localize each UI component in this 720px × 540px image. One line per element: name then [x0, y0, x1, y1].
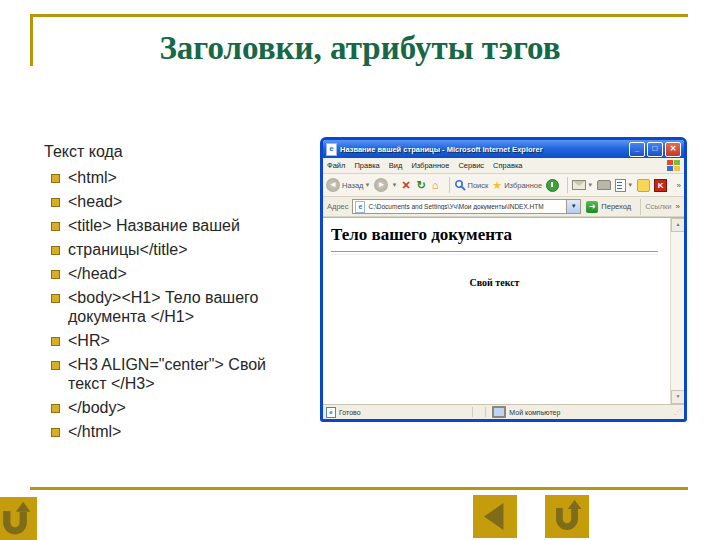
return-action-button-left[interactable]: [0, 497, 37, 540]
home-button[interactable]: ⌂: [432, 179, 441, 191]
code-line: </html>: [44, 422, 320, 441]
favorites-label: Избранное: [504, 181, 542, 190]
back-dropdown-icon: ▼: [365, 182, 371, 188]
refresh-button[interactable]: ↻: [417, 179, 428, 191]
bullet-square-icon: [51, 198, 60, 207]
address-input[interactable]: e C:\Documents and Settings\Уч\Мои докум…: [352, 199, 567, 214]
back-action-button[interactable]: [473, 495, 517, 538]
gold-bottom-rule: [30, 487, 688, 490]
menu-view[interactable]: Вид: [389, 161, 403, 170]
messenger-icon: [637, 179, 650, 192]
code-line: <title> Название вашей: [44, 216, 320, 235]
ie-page-icon: e: [355, 201, 365, 213]
toolbar-overflow-chevron[interactable]: »: [677, 181, 681, 190]
search-button[interactable]: Поиск: [454, 179, 489, 191]
stop-button[interactable]: ✕: [401, 179, 412, 191]
presentation-slide: Заголовки, атрибуты тэгов Текст кода <ht…: [0, 0, 720, 540]
go-arrow-icon: ➜: [586, 201, 598, 213]
address-dropdown-button[interactable]: ▼: [566, 199, 581, 214]
back-button[interactable]: ◄ Назад ▼: [326, 178, 370, 192]
code-list: <html> <head> <title> Название вашей стр…: [44, 168, 320, 446]
gold-top-rule: [30, 14, 688, 17]
minimize-button[interactable]: _: [629, 142, 645, 157]
antivirus-button[interactable]: K: [654, 179, 667, 192]
address-label: Адрес: [327, 202, 348, 211]
back-icon: ◄: [326, 178, 340, 192]
bullet-square-icon: [51, 270, 60, 279]
scroll-down-button[interactable]: ▼: [671, 390, 684, 404]
edit-dropdown-icon: ▼: [627, 182, 633, 188]
home-icon: ⌂: [432, 179, 439, 191]
ie-page-icon: e: [326, 143, 337, 156]
refresh-icon: ↻: [417, 179, 426, 191]
forward-icon: ►: [374, 178, 388, 192]
maximize-button[interactable]: □: [647, 142, 663, 157]
slide-title: Заголовки, атрибуты тэгов: [0, 30, 720, 67]
resize-grip-icon[interactable]: ⋰: [674, 408, 681, 416]
vertical-scrollbar[interactable]: ▲ ▼: [670, 218, 684, 404]
code-line: страницы</title>: [44, 240, 320, 259]
toolbar-separator: [567, 177, 568, 193]
mail-button[interactable]: ▼: [572, 180, 593, 190]
toolbar-separator: [449, 177, 450, 193]
code-line: </head>: [44, 264, 320, 283]
bullet-square-icon: [51, 246, 60, 255]
antivirus-icon: K: [654, 179, 667, 192]
browser-window-title: Название вашей страницы - Microsoft Inte…: [340, 145, 627, 154]
menu-help[interactable]: Справка: [493, 161, 522, 170]
windows-logo-icon: [667, 160, 680, 171]
messenger-button[interactable]: [637, 179, 650, 192]
page-subtext: Свой текст: [331, 277, 658, 288]
browser-menubar: Файл Правка Вид Избранное Сервис Справка: [323, 158, 684, 174]
bullet-square-icon: [51, 428, 60, 437]
menu-edit[interactable]: Правка: [354, 161, 379, 170]
return-action-button-right[interactable]: [545, 495, 589, 538]
stop-icon: ✕: [401, 179, 410, 191]
search-label: Поиск: [468, 181, 489, 190]
forward-dropdown-icon: ▼: [391, 182, 397, 188]
favorites-star-icon: ★: [492, 179, 502, 192]
browser-window: e Название вашей страницы - Microsoft In…: [320, 137, 687, 422]
edit-button[interactable]: ▼: [615, 179, 633, 192]
print-button[interactable]: [597, 180, 611, 190]
menu-file[interactable]: Файл: [327, 161, 345, 170]
menu-favorites[interactable]: Избранное: [411, 161, 449, 170]
status-zone-text: Мой компьютер: [509, 409, 560, 416]
uturn-arrow-icon: [548, 498, 586, 535]
browser-titlebar: e Название вашей страницы - Microsoft In…: [323, 140, 684, 158]
statusbar-separator: [485, 407, 486, 417]
go-button[interactable]: ➜ Переход: [586, 201, 631, 213]
bullet-square-icon: [51, 361, 60, 370]
page-horizontal-rule: [331, 251, 658, 255]
page-heading: Тело вашего документа: [331, 225, 658, 245]
my-computer-icon: [492, 406, 506, 418]
menu-tools[interactable]: Сервис: [458, 161, 484, 170]
code-line: <HR>: [44, 331, 320, 350]
links-chevron[interactable]: »: [676, 202, 680, 211]
close-button[interactable]: ✕: [665, 142, 681, 157]
code-line: <body><H1> Тело вашего документа </H1>: [44, 288, 320, 326]
mail-dropdown-icon: ▼: [587, 182, 593, 188]
addressbar-separator: [640, 199, 641, 215]
mail-icon: [572, 180, 586, 190]
history-button[interactable]: [546, 179, 559, 192]
status-text: Готово: [339, 409, 361, 416]
bullet-square-icon: [51, 404, 60, 413]
code-line: <H3 ALIGN="center"> Свой текст </H3>: [44, 355, 320, 393]
bullet-square-icon: [51, 337, 60, 346]
code-line: </body>: [44, 398, 320, 417]
statusbar-separator: [472, 407, 473, 417]
go-label: Переход: [601, 202, 631, 211]
search-icon: [454, 179, 466, 191]
forward-button[interactable]: ► ▼: [374, 178, 397, 192]
status-page-icon: e: [326, 407, 336, 418]
code-heading: Текст кода: [44, 143, 123, 161]
browser-toolbar: ◄ Назад ▼ ► ▼ ✕ ↻ ⌂ Поиск ★ Избранное ▼: [323, 174, 684, 197]
history-icon: [546, 179, 559, 192]
code-line: <html>: [44, 168, 320, 187]
scroll-up-button[interactable]: ▲: [671, 218, 684, 232]
browser-addressbar: Адрес e C:\Documents and Settings\Уч\Мои…: [323, 197, 684, 217]
favorites-button[interactable]: ★ Избранное: [492, 179, 542, 192]
code-line: <head>: [44, 192, 320, 211]
bullet-square-icon: [51, 174, 60, 183]
